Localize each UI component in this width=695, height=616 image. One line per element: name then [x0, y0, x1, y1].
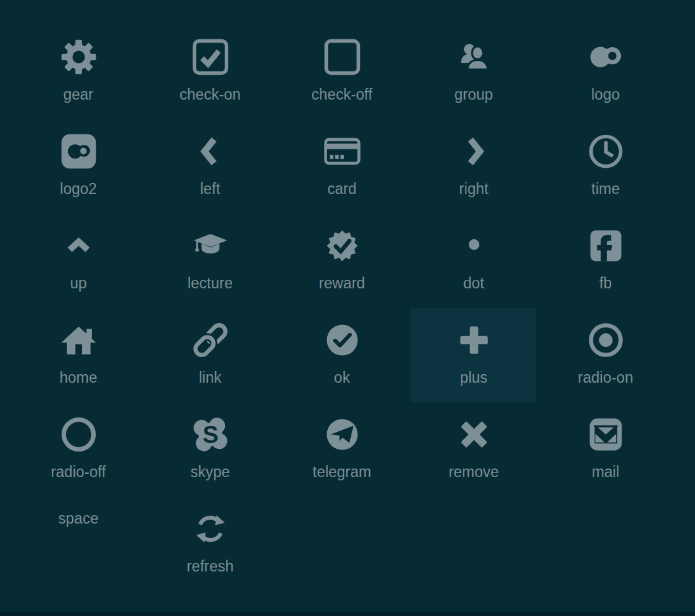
- page-background: { "colors":{ "bg":"#062B35", "highlight"…: [0, 0, 695, 616]
- icon-label: link: [144, 369, 276, 387]
- icon-cell-plus[interactable]: plus: [408, 308, 540, 402]
- icon-cell-up[interactable]: up: [12, 214, 144, 308]
- icon-label: logo: [540, 86, 671, 104]
- icon-cell-refresh[interactable]: refresh: [144, 497, 276, 591]
- radio-on-icon: [540, 321, 671, 359]
- icon-cell-group[interactable]: group: [408, 25, 540, 119]
- icon-cell-right[interactable]: right: [408, 119, 540, 214]
- skype-icon: S: [144, 415, 276, 453]
- icon-cell-mail[interactable]: mail: [540, 402, 671, 497]
- icon-label: logo2: [12, 180, 144, 198]
- icon-cell-reward[interactable]: reward: [276, 214, 408, 308]
- refresh-icon: [144, 510, 276, 548]
- icon-label: telegram: [276, 463, 408, 481]
- bottom-edge-divider: [0, 612, 695, 616]
- icon-label: check-off: [276, 86, 408, 104]
- lecture-icon: [144, 227, 276, 265]
- icon-cell-logo2[interactable]: logo2: [12, 119, 144, 214]
- icon-label: dot: [408, 275, 540, 292]
- ok-icon: [276, 321, 408, 359]
- radio-off-icon: [12, 415, 144, 453]
- icon-label: reward: [276, 275, 408, 292]
- reward-icon: [276, 227, 408, 265]
- check-on-icon: [144, 38, 276, 76]
- icon-cell-lecture[interactable]: lecture: [144, 214, 276, 308]
- icon-cell-gear[interactable]: gear: [12, 25, 144, 119]
- home-icon: [12, 321, 144, 359]
- icon-grid: gear check-on check-off: [0, 0, 695, 591]
- dot-icon: [408, 227, 540, 265]
- icon-label: radio-off: [12, 463, 144, 481]
- icon-label: fb: [540, 275, 671, 292]
- icon-label: group: [408, 86, 540, 104]
- check-off-icon: [276, 38, 408, 76]
- icon-label: mail: [540, 463, 671, 481]
- icon-cell-card[interactable]: card: [276, 119, 408, 214]
- logo2-icon: [12, 132, 144, 170]
- telegram-icon: [276, 415, 408, 453]
- icon-cell-check-on[interactable]: check-on: [144, 25, 276, 119]
- icon-label: refresh: [144, 558, 276, 575]
- svg-text:S: S: [202, 421, 218, 448]
- icon-cell-fb[interactable]: fb: [540, 214, 671, 308]
- icon-label: right: [408, 180, 540, 198]
- icon-label: gear: [12, 86, 144, 104]
- icon-cell-remove[interactable]: remove: [408, 402, 540, 497]
- plus-icon: [411, 321, 536, 359]
- chevron-right-icon: [408, 132, 540, 170]
- icon-label: left: [144, 180, 276, 198]
- icon-cell-ok[interactable]: ok: [276, 308, 408, 402]
- icon-cell-link[interactable]: link: [144, 308, 276, 402]
- icon-label: radio-on: [540, 369, 671, 387]
- icon-label: card: [276, 180, 408, 198]
- facebook-icon: [540, 227, 671, 265]
- icon-cell-dot[interactable]: dot: [408, 214, 540, 308]
- gear-icon: [12, 38, 144, 76]
- mail-icon: [540, 415, 671, 453]
- icon-label: home: [12, 369, 144, 387]
- icon-cell-logo[interactable]: logo: [540, 25, 671, 119]
- icon-label: remove: [408, 463, 540, 481]
- icon-label: space: [12, 510, 144, 528]
- icon-label: plus: [411, 369, 536, 387]
- icon-cell-check-off[interactable]: check-off: [276, 25, 408, 119]
- icon-label: ok: [276, 369, 408, 387]
- time-icon: [540, 132, 671, 170]
- icon-cell-radio-off[interactable]: radio-off: [12, 402, 144, 497]
- group-icon: [408, 38, 540, 76]
- icon-cell-home[interactable]: home: [12, 308, 144, 402]
- icon-label: up: [12, 275, 144, 292]
- remove-icon: [408, 415, 540, 453]
- icon-cell-left[interactable]: left: [144, 119, 276, 214]
- icon-cell-space[interactable]: space: [12, 497, 144, 591]
- icon-label: time: [540, 180, 671, 198]
- icon-cell-radio-on[interactable]: radio-on: [540, 308, 671, 402]
- icon-cell-time[interactable]: time: [540, 119, 671, 214]
- chevron-left-icon: [144, 132, 276, 170]
- link-icon: [144, 321, 276, 359]
- icon-cell-telegram[interactable]: telegram: [276, 402, 408, 497]
- icon-label: lecture: [144, 275, 276, 292]
- chevron-up-icon: [12, 227, 144, 265]
- card-icon: [276, 132, 408, 170]
- icon-label: check-on: [144, 86, 276, 104]
- icon-label: skype: [144, 463, 276, 481]
- icon-cell-skype[interactable]: S skype: [144, 402, 276, 497]
- logo-icon: [540, 38, 671, 76]
